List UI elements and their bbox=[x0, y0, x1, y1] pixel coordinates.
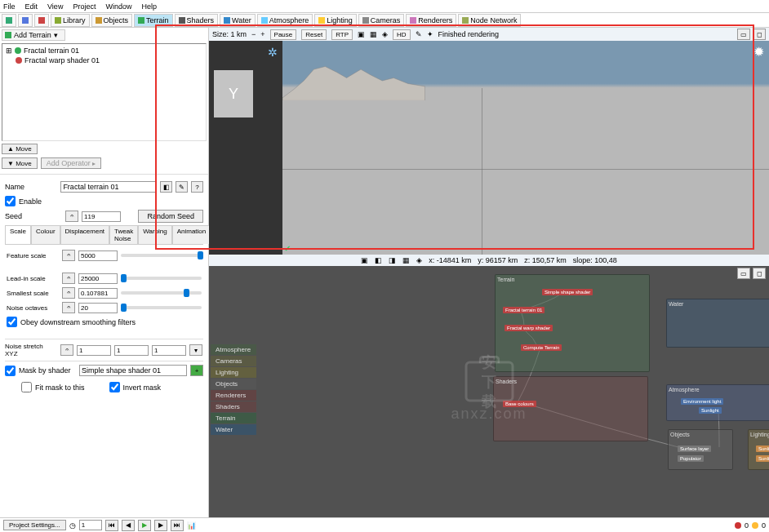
help-button[interactable]: ? bbox=[191, 181, 203, 193]
next-frame-button[interactable]: ▶ bbox=[154, 520, 167, 531]
node-group-water[interactable]: Water bbox=[666, 299, 769, 348]
stretch-z-input[interactable] bbox=[152, 345, 186, 356]
tool-icon-1[interactable]: ▣ bbox=[361, 256, 368, 264]
obey-checkbox[interactable] bbox=[7, 317, 17, 327]
library-btn[interactable]: Library bbox=[51, 14, 90, 27]
tab-warping[interactable]: Warping bbox=[138, 225, 172, 244]
node-simple-shape-shader[interactable]: Simple shape shader bbox=[542, 289, 593, 295]
mask-checkbox[interactable] bbox=[5, 366, 16, 376]
menu-file[interactable]: File bbox=[3, 2, 16, 11]
stretch-more-button[interactable]: ▾ bbox=[189, 344, 202, 356]
size-zoom-in-icon[interactable]: + bbox=[260, 30, 264, 38]
tab-tweak-noise[interactable]: Tweak Noise bbox=[109, 225, 138, 244]
expand-icon[interactable]: ⊞ bbox=[6, 47, 12, 55]
menu-window[interactable]: Window bbox=[105, 2, 131, 11]
last-frame-button[interactable]: ⏭ bbox=[171, 520, 184, 531]
smallest-anim-button[interactable]: 𝄐 bbox=[62, 287, 75, 299]
tool-icon-5[interactable]: ◈ bbox=[416, 256, 422, 264]
featureScale-anim-button[interactable]: 𝄐 bbox=[62, 250, 75, 261]
category-renderers[interactable]: Renderers bbox=[211, 390, 256, 401]
add-operator-button[interactable]: Add Operator ▸ bbox=[41, 157, 101, 169]
go-to-button[interactable]: ◧ bbox=[160, 181, 172, 193]
node-compute-terrain[interactable]: Compute Terrain bbox=[521, 344, 562, 351]
menu-project[interactable]: Project bbox=[73, 2, 96, 11]
tab-displacement[interactable]: Displacement bbox=[60, 225, 109, 244]
clock-icon[interactable]: ◷ bbox=[69, 521, 76, 530]
rtp-button[interactable]: RTP bbox=[331, 29, 353, 40]
node-fractal-terrain-01[interactable]: Fractal terrain 01 bbox=[503, 307, 545, 313]
leadIn-input[interactable] bbox=[78, 273, 118, 284]
project-settings-button[interactable]: Project Settings... bbox=[3, 520, 66, 530]
objects-btn[interactable]: Objects bbox=[91, 14, 133, 27]
first-frame-button[interactable]: ⏮ bbox=[105, 520, 118, 531]
leadIn-slider[interactable] bbox=[121, 277, 202, 280]
node-base-colours[interactable]: Base colours bbox=[503, 401, 536, 407]
gear-icon[interactable]: ✹ bbox=[753, 44, 764, 60]
reset-button[interactable]: Reset bbox=[301, 29, 327, 40]
stretch-x-input[interactable] bbox=[77, 345, 111, 356]
cameras-btn[interactable]: Cameras bbox=[358, 14, 405, 27]
render-icon[interactable]: ▣ bbox=[358, 30, 365, 38]
enable-checkbox[interactable] bbox=[5, 196, 16, 206]
node-sunlight-01[interactable]: Sunlight 01 bbox=[756, 446, 769, 452]
category-terrain[interactable]: Terrain bbox=[211, 413, 256, 423]
tab-scale[interactable]: Scale bbox=[5, 225, 31, 244]
invert-mask-checkbox[interactable] bbox=[109, 382, 120, 392]
node-populator[interactable]: Populator bbox=[678, 455, 704, 462]
menu-view[interactable]: View bbox=[47, 2, 63, 11]
render-icon-2[interactable]: ▦ bbox=[370, 30, 377, 38]
mask-add-button[interactable]: + bbox=[190, 365, 203, 376]
node-sunlight[interactable]: Sunlight bbox=[699, 407, 722, 414]
open-icon[interactable] bbox=[2, 14, 16, 27]
terrain-tree[interactable]: ⊞Fractal terrain 01Fractal warp shader 0… bbox=[2, 43, 207, 141]
light-icon[interactable] bbox=[34, 14, 49, 27]
category-cameras[interactable]: Cameras bbox=[211, 356, 256, 366]
pause-button[interactable]: Pause bbox=[270, 29, 297, 40]
seed-input[interactable] bbox=[82, 211, 121, 222]
category-shaders[interactable]: Shaders bbox=[211, 401, 256, 412]
save-icon[interactable] bbox=[18, 14, 33, 27]
nodenetwork-btn[interactable]: Node Network bbox=[458, 14, 521, 27]
lighting-btn[interactable]: Lighting bbox=[314, 14, 357, 27]
menu-help[interactable]: Help bbox=[141, 2, 157, 11]
octaves-input[interactable] bbox=[78, 303, 118, 313]
stretch-y-input[interactable] bbox=[114, 345, 149, 356]
category-lighting[interactable]: Lighting bbox=[211, 367, 256, 378]
seed-anim-button[interactable]: 𝄐 bbox=[65, 211, 78, 222]
tab-animation[interactable]: Animation bbox=[172, 225, 211, 244]
menu-edit[interactable]: Edit bbox=[25, 2, 38, 11]
node-fractal-warp-shader[interactable]: Fractal warp shader bbox=[505, 325, 553, 331]
tool-icon-2[interactable]: ◧ bbox=[375, 256, 382, 264]
frame-input[interactable] bbox=[79, 520, 102, 530]
water-btn[interactable]: Water bbox=[220, 14, 256, 27]
node-sunlight-02[interactable]: Sunlight 02 bbox=[756, 455, 769, 462]
node-max-icon[interactable]: ◻ bbox=[753, 268, 766, 279]
stretch-anim-button[interactable]: 𝄐 bbox=[60, 344, 73, 356]
featureScale-slider[interactable] bbox=[121, 254, 202, 257]
octaves-slider[interactable] bbox=[121, 306, 202, 309]
timeline-icon[interactable]: 📊 bbox=[187, 521, 196, 530]
move-down-button[interactable]: ▼ Move bbox=[2, 157, 38, 169]
3d-viewport[interactable]: ✹ ✔ bbox=[282, 41, 769, 255]
preview-thumbnail[interactable]: Y bbox=[214, 70, 253, 117]
minimize-icon[interactable]: ▭ bbox=[737, 29, 750, 40]
node-network-panel[interactable]: 安下载 anxz.com ▭ ◻ AtmosphereCamerasLighti… bbox=[209, 266, 769, 517]
name-input[interactable] bbox=[60, 181, 157, 193]
move-up-button[interactable]: ▲ Move bbox=[2, 144, 38, 154]
brush-icon[interactable]: ✎ bbox=[416, 30, 422, 38]
random-seed-button[interactable]: Random Seed bbox=[138, 210, 203, 223]
renderers-btn[interactable]: Renderers bbox=[406, 14, 456, 27]
tree-item[interactable]: Fractal warp shader 01 bbox=[4, 55, 204, 65]
node-environment-light[interactable]: Environment light bbox=[681, 398, 723, 405]
node-min-icon[interactable]: ▭ bbox=[737, 268, 750, 279]
play-button[interactable]: ▶ bbox=[138, 520, 151, 531]
compass-icon[interactable]: ✲ bbox=[268, 46, 278, 59]
hd-button[interactable]: HD bbox=[393, 29, 411, 40]
render-icon-3[interactable]: ◈ bbox=[382, 30, 388, 38]
fit-mask-checkbox[interactable] bbox=[21, 382, 32, 392]
edit-button[interactable]: ✎ bbox=[176, 181, 188, 193]
tool-icon-3[interactable]: ◨ bbox=[389, 256, 396, 264]
node-group-shaders[interactable]: Shaders bbox=[493, 376, 648, 441]
tree-item[interactable]: ⊞Fractal terrain 01 bbox=[4, 46, 204, 55]
tool-icon-4[interactable]: ▦ bbox=[402, 256, 410, 264]
